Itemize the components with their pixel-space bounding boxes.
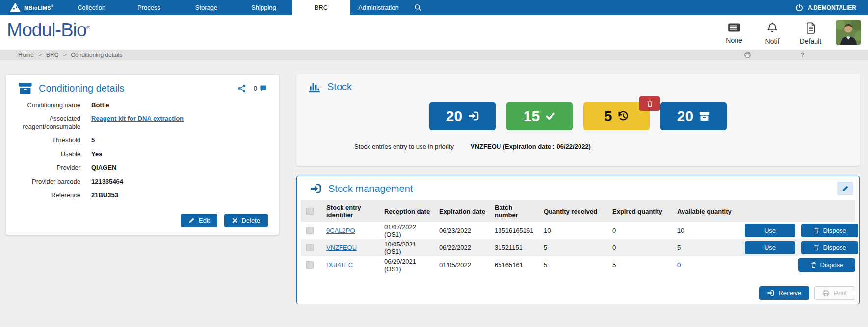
page-header: Modul-Bio® None xyxy=(0,15,868,50)
field-value: Bottle xyxy=(91,101,279,109)
available-quantity-cell: 10 xyxy=(669,227,737,234)
expiration-date-cell: 06/22/2022 xyxy=(431,244,487,251)
quantity-received-cell: 10 xyxy=(536,227,605,234)
field-row: Reference 21BU353 xyxy=(6,189,279,202)
avatar[interactable] xyxy=(836,20,861,45)
quick-item-notif[interactable]: Notif xyxy=(753,19,791,45)
sign-in-icon xyxy=(767,289,774,297)
associated-reagent-link[interactable]: Reagent kit for DNA extraction xyxy=(91,115,184,122)
quick-item-default[interactable]: Default xyxy=(791,19,830,45)
stock-header: Stock xyxy=(296,74,860,93)
field-label: Reference xyxy=(6,191,80,199)
nav-tab[interactable]: Administration xyxy=(350,0,407,15)
stock-entry-link[interactable]: VNZFEOU xyxy=(326,244,357,251)
stock-panel: Stock 20 15 xyxy=(296,74,860,166)
field-value: QIAGEN xyxy=(91,164,279,172)
archive-icon xyxy=(699,111,710,122)
field-value: Yes xyxy=(91,150,279,158)
stock-received-badge[interactable]: 20 xyxy=(429,102,496,130)
table-header-row: Stock entry identifier Reception date Ex… xyxy=(301,200,855,222)
field-row: Associated reagent/consumable Reagent ki… xyxy=(6,112,279,134)
quick-label: Notif xyxy=(765,37,780,45)
nav-tab[interactable]: BRC xyxy=(292,0,350,15)
use-button[interactable]: Use xyxy=(745,241,795,254)
comment-bubble-icon xyxy=(260,85,267,92)
share-icon[interactable] xyxy=(238,84,246,93)
priority-row: Stock entries entry to use in priority V… xyxy=(296,143,860,150)
quick-item-none[interactable]: None xyxy=(715,19,753,44)
print-page-icon[interactable] xyxy=(744,51,751,58)
column-header: Available quantity xyxy=(669,208,737,215)
check-icon xyxy=(545,111,555,121)
user-menu[interactable]: A.DEMONTALIER xyxy=(795,0,868,15)
bell-icon xyxy=(766,22,778,34)
nav-tab[interactable]: Shipping xyxy=(235,0,292,15)
expired-quantity-cell: 0 xyxy=(605,244,669,251)
stock-available-badge[interactable]: 15 xyxy=(506,102,573,130)
field-label: Usable xyxy=(6,150,80,158)
table-row: 9CAL2PO 01/07/2022 (OS1) 06/23/2022 1351… xyxy=(301,222,855,239)
select-all-checkbox[interactable] xyxy=(306,208,314,215)
comment-count: 0 xyxy=(254,85,257,92)
breadcrumb-item[interactable]: Conditioning details xyxy=(58,52,122,58)
conditioning-fields: Conditioning name Bottle Associated reag… xyxy=(6,94,279,202)
reception-date-cell: 01/07/2022 (OS1) xyxy=(376,223,431,238)
field-label: Provider barcode xyxy=(6,178,80,186)
stock-expired-badge[interactable]: 5 xyxy=(583,102,650,130)
breadcrumb-item[interactable]: Home xyxy=(18,52,34,58)
panel-title: Stock xyxy=(327,82,352,93)
field-label: Conditioning name xyxy=(6,101,80,109)
dispose-button[interactable]: Dispose xyxy=(801,241,858,254)
row-checkbox[interactable] xyxy=(306,261,314,269)
row-checkbox[interactable] xyxy=(306,227,314,234)
reception-date-cell: 10/05/2021 (OS1) xyxy=(376,241,431,255)
conditioning-details-panel: Conditioning details 0 xyxy=(6,75,279,235)
nav-tab[interactable]: Process xyxy=(120,0,178,15)
nav-tab[interactable]: Storage xyxy=(178,0,235,15)
printer-icon xyxy=(822,289,830,297)
power-icon xyxy=(795,4,803,12)
top-nav-bar: MBioLIMS® Collection Process Storage Shi… xyxy=(0,0,868,15)
priority-value: VNZFEOU (Expiration date : 06/22/2022) xyxy=(471,143,591,150)
print-button: Print xyxy=(814,286,855,300)
delete-button[interactable]: Delete xyxy=(224,214,268,227)
table-body: 9CAL2PO 01/07/2022 (OS1) 06/23/2022 1351… xyxy=(301,222,855,273)
edit-table-button[interactable] xyxy=(837,182,853,195)
nav-tab[interactable]: Collection xyxy=(63,0,120,15)
quantity-received-cell: 5 xyxy=(536,244,605,251)
field-row: Provider QIAGEN xyxy=(6,161,279,175)
panel-title: Conditioning details xyxy=(39,83,125,94)
document-icon xyxy=(805,22,816,34)
field-row: Threshold 5 xyxy=(6,134,279,147)
brand-logo[interactable]: MBioLIMS® xyxy=(0,0,63,15)
field-label: Provider xyxy=(6,164,80,172)
table-row: DUI41FC 06/29/2021 (OS1) 01/05/2022 6516… xyxy=(301,256,855,273)
table-row: VNZFEOU 10/05/2021 (OS1) 06/22/2022 3152… xyxy=(301,239,855,256)
breadcrumb-item[interactable]: BRC xyxy=(34,52,58,58)
quantity-received-cell: 5 xyxy=(536,261,605,269)
stock-entry-link[interactable]: 9CAL2PO xyxy=(326,227,355,234)
row-checkbox[interactable] xyxy=(306,244,314,251)
field-row: Usable Yes xyxy=(6,147,279,161)
trash-icon xyxy=(814,227,819,234)
column-header: Batch number xyxy=(487,204,536,218)
search-icon[interactable] xyxy=(407,0,428,15)
dispose-button[interactable]: Dispose xyxy=(798,258,855,272)
edit-button[interactable]: Edit xyxy=(181,214,217,227)
conditioning-actions: Edit Delete xyxy=(6,214,279,235)
stock-entry-link[interactable]: DUI41FC xyxy=(326,261,353,269)
comments-button[interactable]: 0 xyxy=(254,85,267,92)
delete-expired-button[interactable] xyxy=(639,96,660,111)
stock-management-panel: Stock management Stock entry identifier … xyxy=(296,176,860,304)
help-icon[interactable]: ? xyxy=(801,51,804,58)
trash-icon xyxy=(811,262,816,268)
field-value: 5 xyxy=(91,136,279,144)
use-button[interactable]: Use xyxy=(745,224,795,237)
row-actions: Use Dispose xyxy=(737,224,858,237)
receive-button[interactable]: Receive xyxy=(759,286,809,300)
dispose-button[interactable]: Dispose xyxy=(801,224,858,237)
conditioning-header: Conditioning details 0 xyxy=(6,75,279,94)
history-icon xyxy=(617,110,629,122)
column-header: Expired quantity xyxy=(605,208,669,215)
stock-total-badge[interactable]: 20 xyxy=(660,102,727,130)
